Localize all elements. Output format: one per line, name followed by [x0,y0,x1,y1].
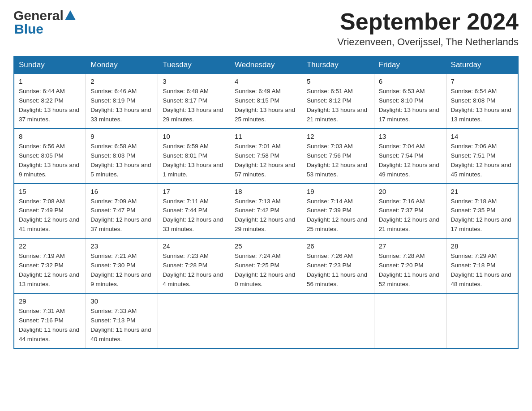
calendar-header-row: Sunday Monday Tuesday Wednesday Thursday… [14,56,518,73]
day-info: Sunrise: 7:18 AMSunset: 7:35 PMDaylight:… [451,197,513,235]
logo-general: General [13,9,64,22]
day-number: 27 [379,242,442,250]
day-number: 4 [235,77,297,85]
day-info: Sunrise: 6:51 AMSunset: 8:12 PMDaylight:… [307,87,369,124]
calendar-week-row: 1Sunrise: 6:44 AMSunset: 8:22 PMDaylight… [14,73,518,128]
table-row: 24Sunrise: 7:23 AMSunset: 7:28 PMDayligh… [158,238,230,293]
day-info: Sunrise: 7:24 AMSunset: 7:25 PMDaylight:… [235,252,297,289]
calendar-week-row: 15Sunrise: 7:08 AMSunset: 7:49 PMDayligh… [14,184,518,239]
day-info: Sunrise: 7:33 AMSunset: 7:13 PMDaylight:… [90,307,153,344]
table-row [302,293,374,348]
day-info: Sunrise: 7:19 AMSunset: 7:32 PMDaylight:… [19,252,81,289]
header-sunday: Sunday [14,56,86,73]
day-info: Sunrise: 6:58 AMSunset: 8:03 PMDaylight:… [90,142,153,180]
day-number: 30 [90,297,153,305]
location-subtitle: Vriezenveen, Overijssel, The Netherlands [337,36,519,48]
table-row: 6Sunrise: 6:53 AMSunset: 8:10 PMDaylight… [374,73,446,128]
calendar-week-row: 29Sunrise: 7:31 AMSunset: 7:16 PMDayligh… [14,293,518,348]
day-number: 17 [163,188,225,195]
day-info: Sunrise: 7:23 AMSunset: 7:28 PMDaylight:… [163,252,225,289]
day-number: 2 [90,77,153,85]
day-number: 22 [19,242,81,250]
day-number: 3 [163,77,225,85]
day-info: Sunrise: 7:06 AMSunset: 7:51 PMDaylight:… [451,142,513,180]
table-row: 7Sunrise: 6:54 AMSunset: 8:08 PMDaylight… [446,73,518,128]
header: General Blue September 2024 Vriezenveen,… [13,9,519,48]
table-row: 14Sunrise: 7:06 AMSunset: 7:51 PMDayligh… [446,128,518,184]
day-info: Sunrise: 6:44 AMSunset: 8:22 PMDaylight:… [19,87,81,124]
day-info: Sunrise: 6:53 AMSunset: 8:10 PMDaylight:… [379,87,442,124]
table-row: 29Sunrise: 7:31 AMSunset: 7:16 PMDayligh… [14,293,86,348]
title-area: September 2024 Vriezenveen, Overijssel, … [337,9,519,48]
table-row: 28Sunrise: 7:29 AMSunset: 7:18 PMDayligh… [446,238,518,293]
day-info: Sunrise: 7:13 AMSunset: 7:42 PMDaylight:… [235,197,297,235]
svg-marker-0 [65,10,76,20]
day-info: Sunrise: 7:26 AMSunset: 7:23 PMDaylight:… [307,252,369,289]
table-row: 8Sunrise: 6:56 AMSunset: 8:05 PMDaylight… [14,128,86,184]
day-number: 1 [19,77,81,85]
day-info: Sunrise: 6:59 AMSunset: 8:01 PMDaylight:… [163,142,225,180]
calendar-table: Sunday Monday Tuesday Wednesday Thursday… [13,56,519,348]
logo-blue: Blue [14,21,43,36]
table-row: 26Sunrise: 7:26 AMSunset: 7:23 PMDayligh… [302,238,374,293]
day-info: Sunrise: 7:29 AMSunset: 7:18 PMDaylight:… [451,252,513,289]
day-info: Sunrise: 7:16 AMSunset: 7:37 PMDaylight:… [379,197,442,235]
table-row: 9Sunrise: 6:58 AMSunset: 8:03 PMDaylight… [86,128,158,184]
day-number: 21 [451,188,513,195]
table-row: 22Sunrise: 7:19 AMSunset: 7:32 PMDayligh… [14,238,86,293]
table-row: 18Sunrise: 7:13 AMSunset: 7:42 PMDayligh… [230,184,302,239]
day-info: Sunrise: 7:09 AMSunset: 7:47 PMDaylight:… [90,197,153,235]
table-row: 2Sunrise: 6:46 AMSunset: 8:19 PMDaylight… [86,73,158,128]
table-row [374,293,446,348]
day-number: 16 [90,188,153,195]
day-info: Sunrise: 7:31 AMSunset: 7:16 PMDaylight:… [19,307,81,344]
day-info: Sunrise: 6:54 AMSunset: 8:08 PMDaylight:… [451,87,513,124]
day-number: 10 [163,133,225,140]
day-number: 6 [379,77,442,85]
day-info: Sunrise: 6:48 AMSunset: 8:17 PMDaylight:… [163,87,225,124]
header-tuesday: Tuesday [158,56,230,73]
calendar-week-row: 22Sunrise: 7:19 AMSunset: 7:32 PMDayligh… [14,238,518,293]
header-monday: Monday [86,56,158,73]
table-row: 3Sunrise: 6:48 AMSunset: 8:17 PMDaylight… [158,73,230,128]
day-number: 5 [307,77,369,85]
day-number: 9 [90,133,153,140]
day-number: 13 [379,133,442,140]
day-number: 25 [235,242,297,250]
day-info: Sunrise: 7:01 AMSunset: 7:58 PMDaylight:… [235,142,297,180]
day-number: 24 [163,242,225,250]
table-row: 11Sunrise: 7:01 AMSunset: 7:58 PMDayligh… [230,128,302,184]
day-number: 20 [379,188,442,195]
table-row: 4Sunrise: 6:49 AMSunset: 8:15 PMDaylight… [230,73,302,128]
table-row: 20Sunrise: 7:16 AMSunset: 7:37 PMDayligh… [374,184,446,239]
day-number: 26 [307,242,369,250]
day-info: Sunrise: 7:28 AMSunset: 7:20 PMDaylight:… [379,252,442,289]
table-row: 15Sunrise: 7:08 AMSunset: 7:49 PMDayligh… [14,184,86,239]
table-row: 10Sunrise: 6:59 AMSunset: 8:01 PMDayligh… [158,128,230,184]
day-number: 11 [235,133,297,140]
day-info: Sunrise: 7:14 AMSunset: 7:39 PMDaylight:… [307,197,369,235]
table-row [158,293,230,348]
day-number: 8 [19,133,81,140]
header-saturday: Saturday [446,56,518,73]
day-number: 14 [451,133,513,140]
day-info: Sunrise: 7:03 AMSunset: 7:56 PMDaylight:… [307,142,369,180]
day-info: Sunrise: 7:21 AMSunset: 7:30 PMDaylight:… [90,252,153,289]
day-number: 7 [451,77,513,85]
table-row: 21Sunrise: 7:18 AMSunset: 7:35 PMDayligh… [446,184,518,239]
day-info: Sunrise: 7:11 AMSunset: 7:44 PMDaylight:… [163,197,225,235]
table-row: 1Sunrise: 6:44 AMSunset: 8:22 PMDaylight… [14,73,86,128]
table-row: 23Sunrise: 7:21 AMSunset: 7:30 PMDayligh… [86,238,158,293]
table-row: 5Sunrise: 6:51 AMSunset: 8:12 PMDaylight… [302,73,374,128]
calendar-week-row: 8Sunrise: 6:56 AMSunset: 8:05 PMDaylight… [14,128,518,184]
header-friday: Friday [374,56,446,73]
logo-icon [64,9,77,22]
day-info: Sunrise: 6:56 AMSunset: 8:05 PMDaylight:… [19,142,81,180]
day-info: Sunrise: 7:04 AMSunset: 7:54 PMDaylight:… [379,142,442,180]
day-number: 12 [307,133,369,140]
table-row [230,293,302,348]
table-row: 19Sunrise: 7:14 AMSunset: 7:39 PMDayligh… [302,184,374,239]
day-number: 28 [451,242,513,250]
day-number: 23 [90,242,153,250]
table-row: 16Sunrise: 7:09 AMSunset: 7:47 PMDayligh… [86,184,158,239]
